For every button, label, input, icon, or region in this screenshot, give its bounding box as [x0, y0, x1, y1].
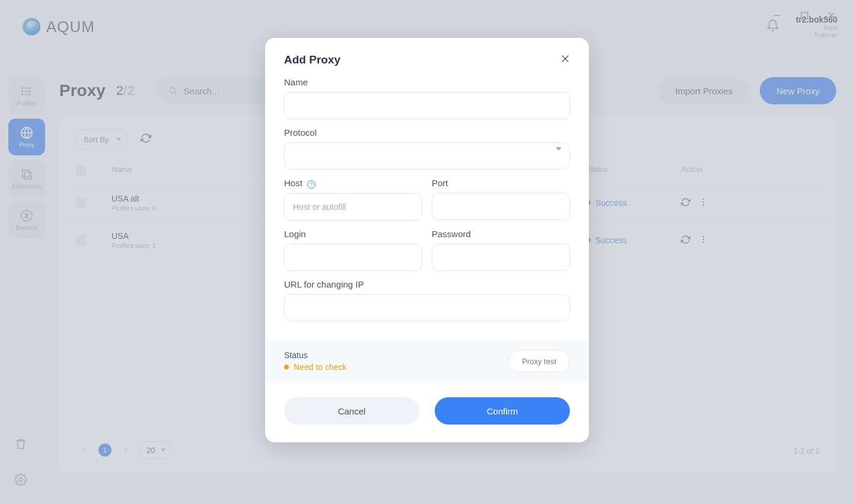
status-dot-icon [284, 365, 289, 369]
name-input[interactable] [284, 92, 570, 119]
password-label: Password [432, 229, 570, 239]
cancel-button[interactable]: Cancel [284, 397, 419, 425]
add-proxy-modal: Add Proxy Name Protocol Host ? Port [265, 38, 589, 442]
login-input[interactable] [284, 244, 422, 271]
name-label: Name [284, 77, 570, 87]
protocol-select[interactable] [284, 142, 570, 170]
login-label: Login [284, 229, 422, 239]
protocol-label: Protocol [284, 127, 570, 138]
port-input[interactable] [432, 193, 570, 220]
host-input[interactable] [284, 193, 422, 221]
password-input[interactable] [432, 244, 570, 271]
host-label: Host ? [284, 178, 422, 189]
confirm-button[interactable]: Confirm [435, 397, 570, 425]
modal-status-bar: Status Need to check Proxy test [265, 340, 589, 382]
close-icon[interactable] [560, 54, 570, 66]
url-change-ip-input[interactable] [284, 294, 570, 321]
status-label: Status [284, 350, 347, 360]
modal-overlay: Add Proxy Name Protocol Host ? Port [0, 0, 854, 504]
status-value: Need to check [284, 362, 347, 372]
port-label: Port [432, 178, 570, 188]
modal-title: Add Proxy [284, 53, 340, 66]
proxy-test-button[interactable]: Proxy test [508, 350, 570, 372]
url-change-ip-label: URL for changing IP [284, 279, 570, 289]
help-icon[interactable]: ? [307, 180, 316, 189]
